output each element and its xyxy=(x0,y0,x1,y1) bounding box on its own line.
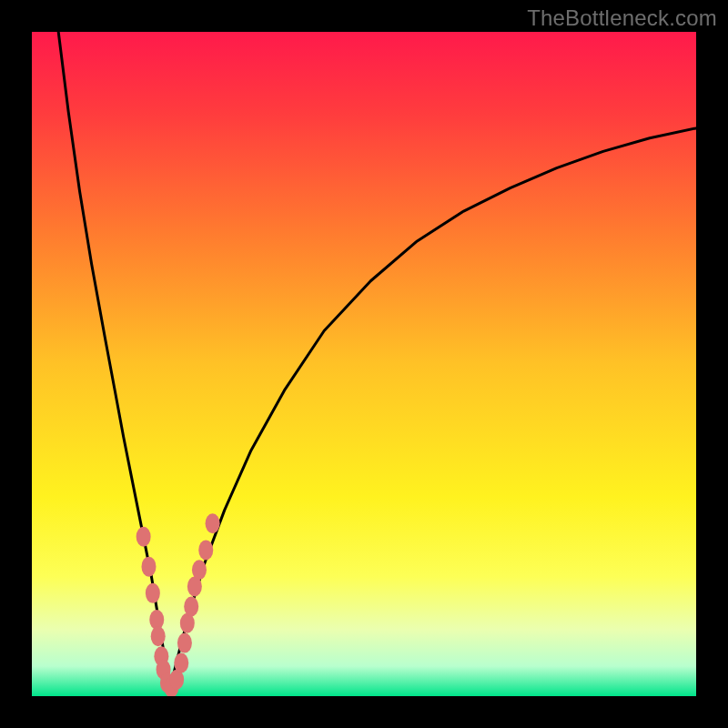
marker-right-cluster xyxy=(184,596,198,616)
marker-right-cluster xyxy=(198,540,213,560)
marker-right-cluster xyxy=(192,560,207,580)
watermark-label: TheBottleneck.com xyxy=(527,5,717,31)
marker-right-cluster xyxy=(174,653,188,673)
plot-area xyxy=(32,32,696,696)
marker-left-cluster xyxy=(136,527,151,547)
marker-left-cluster xyxy=(141,557,156,577)
marker-right-cluster xyxy=(206,513,220,533)
marker-right-cluster xyxy=(177,633,192,653)
curve-layer xyxy=(32,32,696,696)
marker-left-cluster xyxy=(146,583,160,603)
marker-left-cluster xyxy=(151,626,166,646)
chart-frame: TheBottleneck.com xyxy=(0,0,728,728)
series-right-branch xyxy=(170,128,696,690)
